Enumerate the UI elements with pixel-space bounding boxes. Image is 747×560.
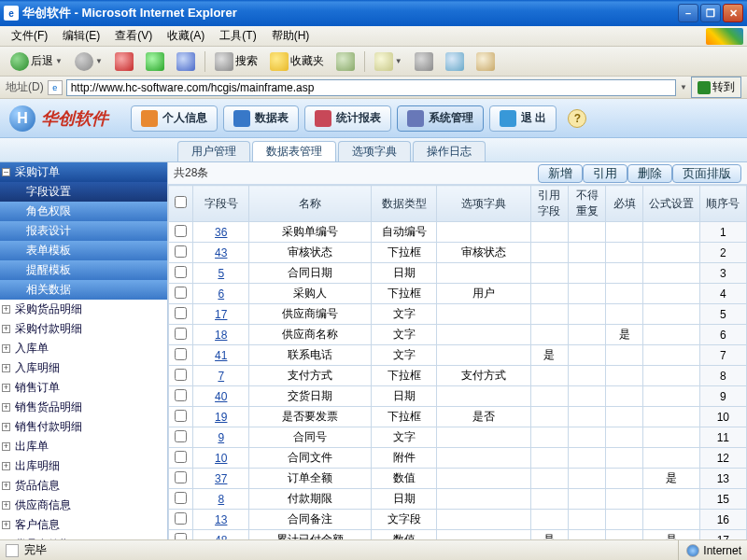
tree-node[interactable]: +销售货品明细 xyxy=(0,398,167,417)
go-button[interactable]: 转到 xyxy=(691,77,741,98)
expand-icon[interactable]: + xyxy=(2,462,10,470)
grid-action-button[interactable]: 引用 xyxy=(583,164,627,183)
topnav-button[interactable]: 统计报表 xyxy=(304,105,391,132)
expand-icon[interactable]: + xyxy=(2,364,10,372)
tree-node[interactable]: +货品信息 xyxy=(0,476,167,496)
field-id-link[interactable]: 7 xyxy=(193,366,249,386)
menu-item[interactable]: 帮助(H) xyxy=(264,27,317,44)
tab[interactable]: 数据表管理 xyxy=(252,141,336,161)
row-checkbox[interactable] xyxy=(175,225,187,237)
refresh-button[interactable] xyxy=(141,49,169,74)
row-checkbox[interactable] xyxy=(175,389,187,401)
column-header[interactable]: 必填 xyxy=(606,186,643,222)
tree-node[interactable]: +入库单 xyxy=(0,339,167,358)
search-button[interactable]: 搜索 xyxy=(210,49,262,74)
tree-node[interactable]: 提醒模板 xyxy=(0,260,167,280)
field-id-link[interactable]: 37 xyxy=(193,469,249,489)
row-checkbox[interactable] xyxy=(175,410,187,422)
expand-icon[interactable]: + xyxy=(2,521,10,529)
field-id-link[interactable]: 10 xyxy=(193,448,249,469)
tree-node[interactable]: +供应商信息 xyxy=(0,496,167,515)
expand-icon[interactable]: + xyxy=(2,325,10,333)
tree-node[interactable]: +采购付款明细 xyxy=(0,319,167,339)
field-id-link[interactable]: 19 xyxy=(193,407,249,427)
tab[interactable]: 选项字典 xyxy=(338,141,411,161)
tree-node[interactable]: +出库明细 xyxy=(0,456,167,476)
topnav-button[interactable]: 个人信息 xyxy=(131,105,218,132)
history-button[interactable] xyxy=(331,49,359,74)
tree-node[interactable]: +货品有效期 xyxy=(0,535,167,539)
tree-node[interactable]: +入库明细 xyxy=(0,358,167,378)
grid-action-button[interactable]: 页面排版 xyxy=(672,164,741,183)
field-id-link[interactable]: 8 xyxy=(193,489,249,510)
close-button[interactable]: ✕ xyxy=(723,4,743,22)
url-input[interactable] xyxy=(66,79,676,96)
column-header[interactable]: 公式设置 xyxy=(643,186,699,222)
column-header[interactable]: 不得重复 xyxy=(569,186,606,222)
url-dropdown[interactable]: ▼ xyxy=(680,83,687,91)
expand-icon[interactable]: + xyxy=(2,442,10,451)
field-id-link[interactable]: 40 xyxy=(193,386,249,407)
expand-icon[interactable]: + xyxy=(2,344,10,353)
expand-icon[interactable]: + xyxy=(2,501,10,510)
mail-button[interactable]: ▼ xyxy=(370,49,407,74)
column-header[interactable]: 数据类型 xyxy=(372,186,437,222)
expand-icon[interactable]: + xyxy=(2,423,10,431)
stop-button[interactable] xyxy=(110,49,138,74)
field-id-link[interactable]: 36 xyxy=(193,222,249,243)
expand-icon[interactable]: + xyxy=(2,305,10,314)
topnav-button[interactable]: 数据表 xyxy=(223,105,299,132)
tree-node[interactable]: +客户信息 xyxy=(0,515,167,535)
row-checkbox[interactable] xyxy=(175,348,187,360)
menu-item[interactable]: 工具(T) xyxy=(212,27,263,44)
back-button[interactable]: 后退▼ xyxy=(6,49,67,74)
expand-icon[interactable]: + xyxy=(2,403,10,412)
expand-icon[interactable]: + xyxy=(2,384,10,392)
tab[interactable]: 操作日志 xyxy=(413,141,486,161)
grid-scroll[interactable]: 字段号名称数据类型选项字典引用字段不得重复必填公式设置顺序号 36采购单编号自动… xyxy=(168,185,747,539)
tree-node[interactable]: +销售付款明细 xyxy=(0,417,167,437)
help-button[interactable]: ? xyxy=(568,109,586,128)
tree-node[interactable]: 报表设计 xyxy=(0,221,167,241)
column-header[interactable]: 选项字典 xyxy=(437,186,530,222)
menu-item[interactable]: 文件(F) xyxy=(4,27,55,44)
row-checkbox[interactable] xyxy=(175,492,187,504)
column-header[interactable]: 引用字段 xyxy=(530,186,568,222)
column-header[interactable] xyxy=(169,186,193,222)
tree-node[interactable]: +出库单 xyxy=(0,437,167,456)
expand-icon[interactable]: + xyxy=(2,482,10,490)
favorites-button[interactable]: 收藏夹 xyxy=(265,49,329,74)
topnav-button[interactable]: 系统管理 xyxy=(397,105,484,132)
field-id-link[interactable]: 17 xyxy=(193,304,249,325)
discuss-button[interactable] xyxy=(472,49,500,74)
grid-action-button[interactable]: 新增 xyxy=(538,164,583,183)
edit-button[interactable] xyxy=(441,49,469,74)
field-id-link[interactable]: 6 xyxy=(193,284,249,304)
field-id-link[interactable]: 9 xyxy=(193,427,249,448)
grid-action-button[interactable]: 删除 xyxy=(627,164,672,183)
row-checkbox[interactable] xyxy=(175,245,187,258)
row-checkbox[interactable] xyxy=(175,287,187,299)
tree-node[interactable]: –采购订单 xyxy=(0,162,167,182)
field-id-link[interactable]: 43 xyxy=(193,243,249,263)
column-header[interactable]: 字段号 xyxy=(193,186,249,222)
tree-node[interactable]: +销售订单 xyxy=(0,378,167,398)
tree-node[interactable]: 相关数据 xyxy=(0,280,167,300)
select-all-checkbox[interactable] xyxy=(175,196,187,208)
maximize-button[interactable]: ❐ xyxy=(700,4,721,22)
column-header[interactable]: 名称 xyxy=(249,186,372,222)
expand-icon[interactable]: – xyxy=(2,168,10,176)
row-checkbox[interactable] xyxy=(175,328,187,340)
field-id-link[interactable]: 18 xyxy=(193,325,249,345)
tree-node[interactable]: 角色权限 xyxy=(0,202,167,221)
tree-node[interactable]: +采购货品明细 xyxy=(0,300,167,319)
row-checkbox[interactable] xyxy=(175,533,187,540)
field-id-link[interactable]: 48 xyxy=(193,530,249,540)
row-checkbox[interactable] xyxy=(175,471,187,483)
row-checkbox[interactable] xyxy=(175,512,187,525)
field-id-link[interactable]: 41 xyxy=(193,345,249,366)
field-id-link[interactable]: 5 xyxy=(193,263,249,284)
row-checkbox[interactable] xyxy=(175,369,187,381)
row-checkbox[interactable] xyxy=(175,430,187,442)
menu-item[interactable]: 查看(V) xyxy=(107,27,160,44)
